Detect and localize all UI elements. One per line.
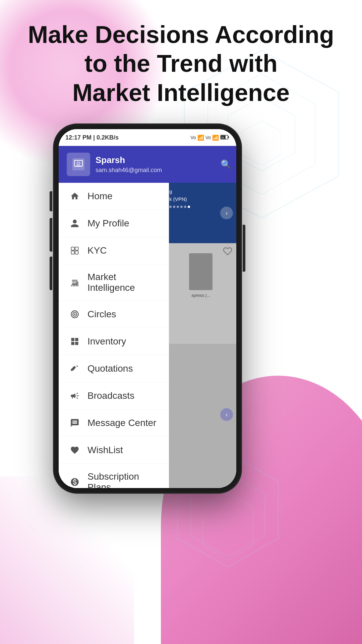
svg-rect-15 [75,247,78,250]
menu-item-my-profile[interactable]: My Profile [59,210,169,237]
product-image [189,253,213,290]
search-icon-appbar[interactable]: 🔍 [221,159,231,170]
phone-screen: 12:17 PM | 0.2KB/s Vo 📶 Vo 📶 35 [59,129,236,488]
page-header: Make Decisions According to the Trend wi… [0,20,362,107]
profile-icon [69,217,81,229]
product-label: xpress |... [169,293,233,298]
broadcasts-icon [69,390,81,402]
svg-rect-19 [73,283,73,286]
status-bar: 12:17 PM | 0.2KB/s Vo 📶 Vo 📶 35 [59,129,236,146]
svg-marker-6 [203,493,253,560]
wifi-label-icon: Vo [205,135,211,140]
svg-text:35: 35 [221,137,224,139]
menu-item-quotations[interactable]: Quotations [59,355,169,382]
user-email: sam.shah46@gmail.com [96,167,162,174]
menu-item-inventory[interactable]: Inventory [59,328,169,355]
market-intelligence-label: Market Intelligence [87,272,159,293]
svg-rect-20 [74,284,75,286]
svg-point-30 [72,370,72,371]
quotations-label: Quotations [87,363,133,374]
svg-rect-29 [75,342,78,345]
wishlist-nav-label: WishList [87,445,123,455]
signal-icon: Vo [190,135,196,140]
market-icon [69,276,81,288]
inventory-icon [69,335,81,347]
kyc-icon [69,245,81,257]
subscription-icon [69,476,81,488]
quotations-icon [69,363,81,375]
menu-item-market-intelligence[interactable]: Market Intelligence [59,264,169,301]
menu-list: Home My Profile [59,183,169,488]
menu-item-circles[interactable]: Circles [59,301,169,328]
menu-item-home[interactable]: Home [59,183,169,210]
broadcasts-label: Broadcasts [87,390,134,401]
menu-item-message-center[interactable]: Message Center [59,410,169,437]
svg-rect-22 [77,282,78,286]
svg-rect-28 [71,342,74,345]
svg-rect-8 [228,136,229,138]
signal-bars-icon: 📶 [197,135,204,141]
next-product-button[interactable]: › [220,408,233,421]
phone-mockup: 12:17 PM | 0.2KB/s Vo 📶 Vo 📶 35 [54,124,241,493]
drawer-header: Sparsh sam.shah46@gmail.com [59,146,169,183]
kyc-label: KYC [87,245,107,256]
user-avatar [67,153,90,176]
status-time: 12:17 PM | 0.2KB/s [65,134,119,141]
svg-marker-3 [241,121,282,165]
user-details: Sparsh sam.shah46@gmail.com [96,155,162,174]
message-center-icon [69,417,81,429]
home-icon [69,190,81,202]
svg-point-25 [74,314,75,315]
bg-blob-bottomleft [0,476,134,644]
banner-text: gk (VPN) [169,188,232,203]
status-icons: Vo 📶 Vo 📶 35 [190,135,230,141]
user-info: Sparsh sam.shah46@gmail.com [67,153,162,176]
inventory-label: Inventory [87,336,126,347]
next-banner-button[interactable]: › [220,207,233,219]
svg-rect-17 [75,251,78,254]
phone-frame: 12:17 PM | 0.2KB/s Vo 📶 Vo 📶 35 [54,124,241,493]
page-title: Make Decisions According to the Trend wi… [27,20,335,107]
home-label: Home [87,191,113,202]
subscription-plans-label: Subscription Plans [87,471,159,488]
wishlist-nav-icon [69,444,81,456]
menu-item-kyc[interactable]: KYC [59,237,169,264]
svg-rect-27 [75,338,78,341]
battery-icon: 35 [220,135,230,141]
menu-item-broadcasts[interactable]: Broadcasts [59,382,169,410]
svg-rect-14 [71,247,74,250]
message-center-label: Message Center [87,418,156,428]
svg-rect-16 [71,251,74,254]
silent-button [50,257,52,290]
svg-rect-18 [71,285,72,286]
volume-down-button [50,218,52,252]
svg-rect-21 [76,282,77,286]
volume-up-button [50,191,52,211]
circles-label: Circles [87,309,116,320]
svg-rect-26 [71,338,74,341]
app-content-behind: 🔍 gk (VPN) [165,146,236,488]
circles-icon [69,308,81,320]
my-profile-label: My Profile [87,218,129,229]
navigation-drawer: Sparsh sam.shah46@gmail.com [59,146,169,488]
wifi-icon: 📶 [212,135,219,141]
power-button [243,225,245,272]
menu-item-wishlist[interactable]: WishList [59,437,169,464]
menu-item-subscription-plans[interactable]: Subscription Plans [59,464,169,488]
wishlist-icon[interactable] [223,247,232,257]
user-name: Sparsh [96,155,162,165]
